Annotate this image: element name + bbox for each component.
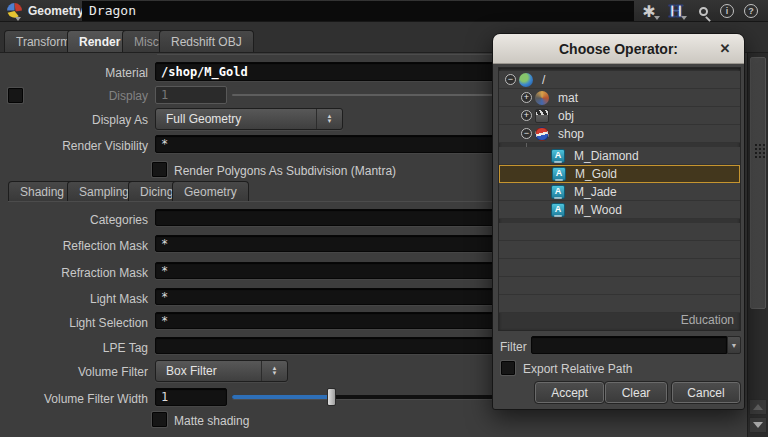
dropdown-arrows-icon: ▲▼ [316, 109, 342, 129]
material-icon: A [551, 203, 565, 217]
tree-item-label: M_Jade [574, 185, 617, 199]
volume-filter-select[interactable]: Box Filter ▲▼ [155, 360, 288, 382]
export-relative-path-checkbox[interactable] [501, 361, 515, 375]
tree-item-label: obj [558, 109, 574, 123]
help-glyph: ? [744, 4, 758, 18]
node-title-bar: Geometry Dragon ✱ H i ? [0, 0, 768, 22]
tree-empty-row [499, 295, 740, 313]
tree-item-label: M_Wood [574, 203, 622, 217]
filter-dropdown-button[interactable]: ▼ [727, 336, 741, 354]
scroll-down-button[interactable] [749, 417, 767, 433]
collapse-icon[interactable]: − [521, 128, 532, 139]
logo-caret-icon [681, 16, 687, 20]
tree-item-m-wood[interactable]: A M_Wood [499, 201, 740, 219]
export-relative-path-label: Export Relative Path [523, 362, 632, 376]
matte-shading-label: Matte shading [174, 414, 249, 428]
license-watermark: Education [681, 313, 734, 327]
subtab-geometry[interactable]: Geometry [172, 181, 249, 201]
display-input[interactable]: 1 [155, 86, 227, 104]
obj-context-icon [535, 109, 549, 123]
tree-empty-row [499, 241, 740, 259]
dialog-title-bar[interactable]: Choose Operator: ✕ [493, 34, 744, 64]
tree-item-m-gold[interactable]: A M_Gold [499, 165, 740, 183]
magnifier-glyph [699, 7, 708, 16]
scrollbar-thumb[interactable] [750, 57, 766, 309]
tree-item-obj[interactable]: + obj [499, 107, 740, 125]
volume-filter-label: Volume Filter [0, 365, 148, 379]
close-icon[interactable]: ✕ [717, 41, 733, 56]
filter-input[interactable] [531, 336, 727, 354]
scrollbar-grip-icon [755, 144, 757, 146]
search-icon[interactable] [695, 2, 711, 20]
dialog-title: Choose Operator: [559, 41, 678, 57]
light-selection-label: Light Selection [0, 316, 148, 330]
cancel-button[interactable]: Cancel [672, 382, 740, 403]
lpe-tag-label: LPE Tag [0, 341, 148, 355]
display-as-select[interactable]: Full Geometry ▲▼ [155, 108, 343, 130]
info-icon[interactable]: i [719, 2, 735, 20]
tree-item-label: shop [558, 127, 584, 141]
volume-filter-width-slider-fill [232, 395, 332, 399]
expand-icon[interactable]: + [521, 92, 532, 103]
spin-down-glyph: ▼ [327, 119, 333, 124]
volume-filter-width-label: Volume Filter Width [0, 392, 148, 406]
matte-shading-checkbox[interactable] [152, 412, 167, 427]
gear-caret-icon [654, 16, 660, 20]
tree-item-m-diamond[interactable]: A M_Diamond [499, 147, 740, 165]
asset-gear-icon[interactable]: ✱ [639, 2, 659, 20]
mat-context-icon [535, 91, 549, 105]
globe-icon [519, 73, 533, 87]
scroll-up-icon [753, 404, 763, 410]
help-icon[interactable]: ? [743, 2, 759, 20]
node-type-label: Geometry [28, 4, 84, 18]
tree-empty-row [499, 223, 740, 241]
tree-item-mat[interactable]: + mat [499, 89, 740, 107]
houdini-parameter-pane: Geometry Dragon ✱ H i ? Transform Render… [0, 0, 768, 437]
volume-filter-width-input[interactable]: 1 [155, 388, 227, 406]
expand-icon[interactable]: + [521, 110, 532, 121]
tree-item-label: mat [558, 91, 578, 105]
spin-down-glyph: ▼ [272, 371, 278, 376]
scroll-down-icon [753, 422, 763, 428]
node-menu-caret-icon [15, 17, 21, 21]
reflection-mask-label: Reflection Mask [0, 239, 148, 253]
dropdown-arrows-icon: ▲▼ [261, 361, 287, 381]
light-mask-label: Light Mask [0, 292, 148, 306]
tree-empty-row [499, 277, 740, 295]
shop-context-icon [535, 127, 549, 141]
material-icon: A [551, 149, 565, 163]
render-polygons-subdivision-checkbox[interactable] [152, 162, 167, 177]
display-label: Display [0, 89, 148, 103]
tree-empty-row [499, 259, 740, 277]
caret-down-icon: ▼ [731, 342, 738, 349]
choose-operator-dialog: Choose Operator: ✕ − / + mat [492, 33, 745, 410]
accept-button[interactable]: Accept [535, 382, 604, 403]
info-glyph: i [720, 4, 734, 18]
categories-label: Categories [0, 213, 148, 227]
display-as-value: Full Geometry [156, 112, 316, 126]
tree-item-shop[interactable]: − shop [499, 125, 740, 143]
collapse-icon[interactable]: − [505, 74, 516, 85]
scroll-up-button[interactable] [749, 399, 767, 415]
vertical-scrollbar[interactable] [747, 53, 768, 437]
render-polygons-subdivision-label: Render Polygons As Subdivision (Mantra) [174, 164, 396, 178]
render-visibility-label: Render Visibility [0, 139, 148, 153]
material-icon: A [551, 185, 565, 199]
material-label: Material [0, 66, 148, 80]
subtab-shading[interactable]: Shading [8, 181, 76, 201]
volume-filter-value: Box Filter [156, 364, 261, 378]
tree-item-label: / [542, 73, 545, 87]
refraction-mask-label: Refraction Mask [0, 266, 148, 280]
tree-item-m-jade[interactable]: A M_Jade [499, 183, 740, 201]
tree-item-label: M_Diamond [574, 149, 639, 163]
display-as-label: Display As [0, 113, 148, 127]
tab-redshift-obj[interactable]: Redshift OBJ [159, 30, 254, 52]
houdini-logo-icon[interactable]: H [668, 2, 684, 20]
filter-label: Filter [500, 340, 527, 354]
operator-tree: − / + mat + obj − shop A M_Diamond [498, 67, 741, 331]
material-icon: A [552, 167, 566, 181]
node-name-input[interactable]: Dragon [82, 1, 634, 21]
volume-filter-width-slider-handle[interactable] [327, 388, 336, 406]
tree-item-root[interactable]: − / [499, 71, 740, 89]
clear-button[interactable]: Clear [605, 382, 667, 403]
